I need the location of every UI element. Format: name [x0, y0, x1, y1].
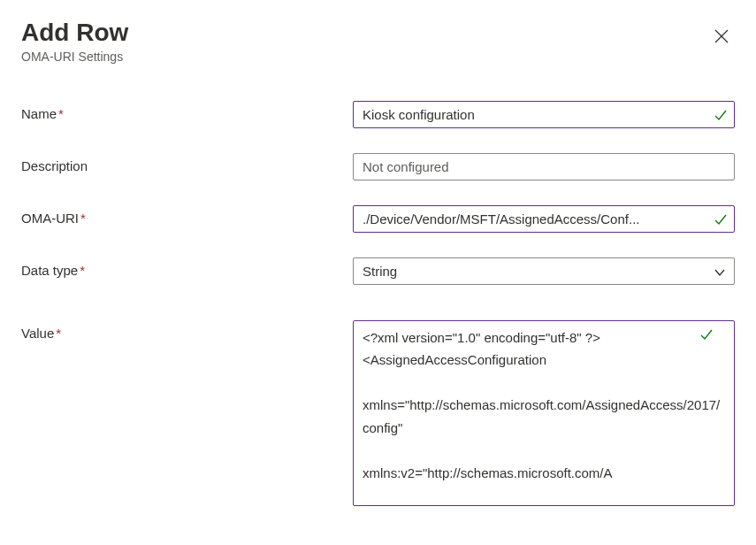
name-label: Name*	[21, 101, 353, 121]
description-input[interactable]	[353, 153, 735, 180]
required-mark: *	[56, 326, 61, 341]
value-textarea[interactable]	[353, 320, 735, 506]
close-icon	[714, 28, 729, 44]
oma-uri-input[interactable]	[353, 205, 735, 233]
value-label: Value*	[21, 320, 353, 341]
description-label: Description	[21, 153, 353, 173]
data-type-label: Data type*	[21, 257, 353, 278]
required-mark: *	[58, 106, 64, 121]
close-button[interactable]	[708, 23, 735, 50]
page-title: Add Row	[21, 18, 128, 48]
required-mark: *	[80, 211, 86, 226]
required-mark: *	[80, 263, 85, 278]
oma-uri-label: OMA-URI*	[21, 205, 353, 226]
page-subtitle: OMA-URI Settings	[21, 50, 128, 64]
name-input[interactable]	[353, 101, 735, 128]
data-type-select[interactable]: String	[353, 257, 735, 285]
